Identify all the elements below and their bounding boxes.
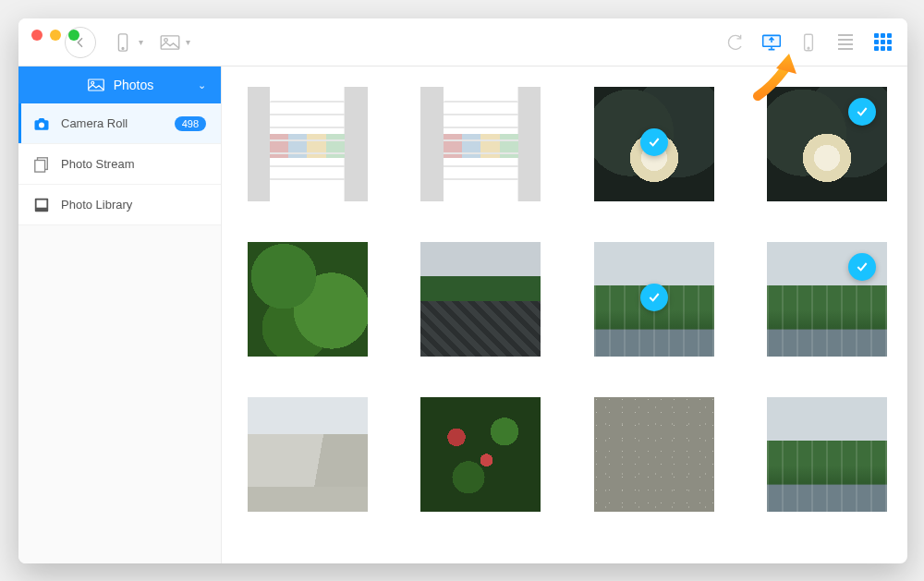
sidebar-header[interactable]: Photos ⌄ xyxy=(18,67,221,103)
app-window: ▾ ▾ xyxy=(18,18,907,563)
toolbar: ▾ ▾ xyxy=(18,18,907,67)
photo-grid-area xyxy=(222,67,907,563)
sidebar-item-photo-stream[interactable]: Photo Stream xyxy=(18,144,221,185)
device-picker[interactable]: ▾ xyxy=(113,32,143,53)
photo-thumbnail[interactable] xyxy=(594,242,714,357)
refresh-icon[interactable] xyxy=(724,32,745,53)
category-picker[interactable]: ▾ xyxy=(160,32,190,53)
minimize-window-icon[interactable] xyxy=(50,30,61,41)
photo-thumbnail[interactable] xyxy=(594,87,714,201)
svg-rect-13 xyxy=(37,200,47,207)
zoom-window-icon[interactable] xyxy=(68,30,79,41)
picture-icon xyxy=(86,75,106,95)
thumbnail-image xyxy=(767,397,887,512)
svg-point-1 xyxy=(122,47,124,49)
picture-icon xyxy=(160,32,180,53)
sidebar-item-label: Photo Stream xyxy=(61,157,135,171)
photo-thumbnail[interactable] xyxy=(420,87,541,201)
photo-thumbnail[interactable] xyxy=(248,87,368,201)
svg-point-8 xyxy=(91,81,93,84)
photo-thumbnail[interactable] xyxy=(594,397,714,512)
stack-icon xyxy=(33,156,50,173)
thumbnail-image xyxy=(594,397,714,512)
close-window-icon[interactable] xyxy=(31,30,43,41)
photo-thumbnail[interactable] xyxy=(420,397,541,512)
selected-check-icon xyxy=(640,128,668,156)
chevron-down-icon: ▾ xyxy=(186,37,190,47)
list-view-button[interactable] xyxy=(835,32,856,53)
export-to-computer-button[interactable] xyxy=(761,32,782,53)
thumbnail-image xyxy=(420,87,541,201)
sidebar: Photos ⌄ Camera Roll 498 Photo Stream xyxy=(18,67,222,563)
photo-thumbnail[interactable] xyxy=(420,242,541,357)
sidebar-item-label: Photo Library xyxy=(61,198,132,212)
thumbnail-image xyxy=(248,397,368,512)
camera-icon xyxy=(33,115,50,132)
sidebar-title: Photos xyxy=(114,78,154,92)
sidebar-item-photo-library[interactable]: Photo Library xyxy=(18,185,221,225)
selected-check-icon xyxy=(640,284,668,311)
photo-thumbnail[interactable] xyxy=(248,397,368,512)
svg-rect-7 xyxy=(88,79,103,91)
sidebar-item-camera-roll[interactable]: Camera Roll 498 xyxy=(18,103,221,144)
photo-thumbnail[interactable] xyxy=(767,87,887,201)
photo-thumbnail[interactable] xyxy=(248,242,368,357)
thumbnail-image xyxy=(420,242,541,357)
svg-rect-2 xyxy=(161,35,179,48)
svg-point-6 xyxy=(808,47,809,49)
window-controls xyxy=(31,30,79,41)
thumbnail-image xyxy=(420,397,541,512)
device-icon xyxy=(113,32,133,53)
count-badge: 498 xyxy=(175,116,206,131)
photo-thumbnail[interactable] xyxy=(767,397,887,512)
svg-point-3 xyxy=(164,38,168,42)
svg-rect-11 xyxy=(35,160,45,172)
photo-grid xyxy=(242,87,902,512)
photo-thumbnail[interactable] xyxy=(767,242,887,357)
sidebar-item-label: Camera Roll xyxy=(61,116,128,130)
chevron-down-icon: ⌄ xyxy=(198,79,206,91)
thumbnail-image xyxy=(248,242,368,357)
chevron-down-icon: ▾ xyxy=(139,37,143,47)
svg-point-9 xyxy=(39,122,44,127)
export-to-device-button[interactable] xyxy=(798,32,819,53)
grid-view-button[interactable] xyxy=(872,32,893,53)
thumbnail-image xyxy=(248,87,368,201)
polaroid-icon xyxy=(33,197,50,213)
